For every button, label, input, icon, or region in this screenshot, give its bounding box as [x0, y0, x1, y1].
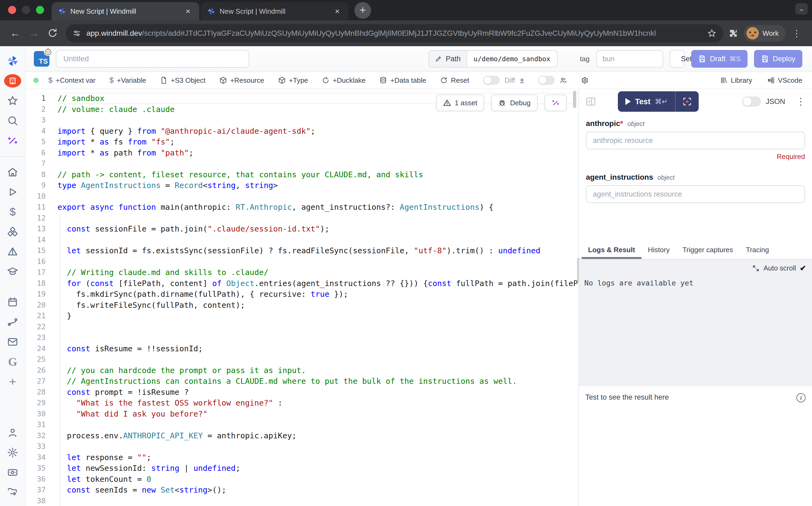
- code-line[interactable]: 5import * as fs from "fs";: [26, 137, 578, 148]
- sidebar-item-logout-folder-icon[interactable]: [4, 484, 21, 501]
- code-line[interactable]: 23: [26, 332, 578, 343]
- settings-button[interactable]: Settings: [670, 50, 685, 68]
- path-group[interactable]: Path u/demo/demo_sandbox: [429, 50, 557, 67]
- sidebar-item-resources[interactable]: [4, 223, 21, 241]
- code-line[interactable]: 6import * as path from "path";: [26, 148, 578, 159]
- debug-button[interactable]: Debug: [491, 94, 538, 111]
- code-line[interactable]: 20 fs.writeFileSync(fullPath, content);: [26, 300, 578, 311]
- sidebar-item-schedules[interactable]: [4, 293, 21, 311]
- code-line[interactable]: 19 fs.mkdirSync(path.dirname(fullPath), …: [26, 289, 578, 300]
- reload-icon[interactable]: [44, 25, 61, 41]
- code-line[interactable]: 16: [26, 256, 578, 267]
- code-line[interactable]: 15 let sessionId = fs.existsSync(session…: [26, 245, 578, 256]
- url-bar[interactable]: app.windmill.dev/scripts/add#JTdCJTIyaGF…: [66, 24, 723, 43]
- tab-logs-result[interactable]: Logs & Result: [581, 241, 641, 259]
- capture-button[interactable]: [675, 91, 699, 112]
- site-settings-icon[interactable]: [73, 29, 81, 37]
- bookmark-star-icon[interactable]: [707, 29, 716, 38]
- code-line[interactable]: 34 let response = "";: [26, 452, 578, 463]
- browser-tab-active[interactable]: New Script | Windmill ×: [52, 2, 199, 20]
- code-line[interactable]: 37 const seenIds = new Set<string>();: [26, 485, 578, 496]
- code-line[interactable]: 17 // Writing claude.md and skills to .c…: [26, 267, 578, 278]
- path-edit-button[interactable]: Path: [429, 51, 467, 67]
- code-line[interactable]: 25: [26, 354, 578, 365]
- code-line[interactable]: 38: [26, 496, 578, 506]
- code-line[interactable]: 9type AgentInstructions = Record<string,…: [26, 180, 578, 191]
- search-icon[interactable]: [4, 112, 21, 130]
- add-ducklake-button[interactable]: +Ducklake: [322, 76, 365, 85]
- code-line[interactable]: 30 "What did I ask you before?": [26, 409, 578, 420]
- sidebar-item-learn[interactable]: [4, 263, 21, 280]
- code-line[interactable]: 8// path -> content, fileset resource, t…: [26, 169, 578, 180]
- add-type-button[interactable]: +Type: [278, 76, 308, 85]
- test-button[interactable]: Test ⌘↵: [618, 91, 675, 112]
- add-resource-button[interactable]: +Resource: [219, 76, 264, 85]
- ai-assistant-button[interactable]: [545, 94, 566, 111]
- sidebar-item-variables[interactable]: $: [4, 203, 21, 221]
- code-line[interactable]: 33: [26, 441, 578, 452]
- browser-profile-chip[interactable]: Work: [744, 25, 786, 41]
- tab-history[interactable]: History: [641, 241, 676, 259]
- code-line[interactable]: 12: [26, 213, 578, 224]
- json-toggle[interactable]: [742, 96, 761, 107]
- browser-tab-inactive[interactable]: New Script | Windmill ×: [201, 2, 349, 20]
- sidebar-item-triggers[interactable]: [4, 243, 21, 260]
- sidebar-item-runs[interactable]: [4, 183, 21, 201]
- agent-instructions-resource-input[interactable]: [586, 185, 805, 203]
- editor-scrollbar[interactable]: [573, 91, 576, 108]
- code-line[interactable]: 14: [26, 235, 578, 246]
- info-icon[interactable]: i: [796, 393, 806, 402]
- minimize-window-button[interactable]: [22, 6, 30, 14]
- sidebar-item-flows[interactable]: [4, 313, 21, 331]
- sidebar-item-mail[interactable]: [4, 333, 21, 351]
- panel-menu-icon[interactable]: ⋮: [796, 96, 806, 107]
- code-line[interactable]: 10: [26, 191, 578, 202]
- code-line[interactable]: 35 let newSessionId: string | undefined;: [26, 463, 578, 474]
- tag-input[interactable]: [596, 50, 663, 67]
- close-tab-icon[interactable]: ×: [333, 6, 342, 16]
- code-line[interactable]: 18 for (const [filePath, content] of Obj…: [26, 278, 578, 289]
- new-tab-button[interactable]: +: [354, 2, 371, 19]
- tab-tracing[interactable]: Tracing: [739, 241, 776, 259]
- autoscroll-control[interactable]: Auto scroll ✔: [752, 264, 806, 273]
- expand-icon[interactable]: [752, 265, 759, 272]
- code-line[interactable]: 36 let tokenCount = 0: [26, 474, 578, 485]
- draft-button[interactable]: Draft ⌘S: [691, 50, 747, 68]
- close-window-button[interactable]: [8, 6, 16, 14]
- windmill-logo[interactable]: [4, 52, 21, 70]
- add-variable-button[interactable]: $ +Variable: [109, 76, 146, 85]
- workspace-switcher[interactable]: [4, 72, 21, 90]
- code-line[interactable]: 28 const prompt = !isResume ?: [26, 387, 578, 398]
- code-line[interactable]: 32 process.env.ANTHROPIC_API_KEY = anthr…: [26, 430, 578, 441]
- code-line[interactable]: 21 }: [26, 311, 578, 322]
- sidebar-item-workers[interactable]: [4, 463, 21, 481]
- close-tab-icon[interactable]: ×: [183, 6, 193, 16]
- extensions-puzzle-icon[interactable]: [728, 28, 738, 38]
- code-line[interactable]: 13 const sessionFile = path.join(".claud…: [26, 224, 578, 235]
- tab-search-chevron-icon[interactable]: ⌄: [795, 3, 808, 14]
- library-button[interactable]: Library: [720, 76, 752, 85]
- back-icon[interactable]: ←: [7, 25, 23, 41]
- sidebar-item-settings-gear-icon[interactable]: [4, 444, 21, 461]
- diff-plusminus-icon[interactable]: ±: [520, 76, 524, 85]
- sidebar-item-account[interactable]: [4, 424, 21, 441]
- multiplayer-toggle[interactable]: [538, 76, 555, 85]
- code-line[interactable]: 7: [26, 158, 578, 169]
- vscode-button[interactable]: VScode: [767, 76, 802, 85]
- zoom-window-button[interactable]: [36, 6, 44, 14]
- editor-settings-gear-icon[interactable]: [581, 77, 589, 84]
- assets-button[interactable]: 1 asset: [436, 94, 484, 111]
- code-area[interactable]: 1// sandbox2// volume: claude .claude34i…: [26, 89, 578, 506]
- code-editor[interactable]: 1// sandbox2// volume: claude .claude34i…: [26, 89, 579, 506]
- code-line[interactable]: 3: [26, 115, 578, 126]
- deploy-button[interactable]: Deploy: [754, 50, 802, 68]
- ai-wand-icon[interactable]: [4, 132, 21, 149]
- add-s3-object-button[interactable]: +S3 Object: [160, 76, 205, 85]
- sidebar-item-google[interactable]: G: [4, 353, 21, 371]
- code-line[interactable]: 11export async function main(anthropic: …: [26, 202, 578, 213]
- code-line[interactable]: 24 const isResume = !!sessionId;: [26, 343, 578, 354]
- add-data-table-button[interactable]: +Data table: [379, 76, 426, 85]
- path-value[interactable]: u/demo/demo_sandbox: [467, 51, 557, 67]
- reset-button[interactable]: Reset: [440, 76, 469, 85]
- tab-trigger-captures[interactable]: Trigger captures: [676, 241, 739, 259]
